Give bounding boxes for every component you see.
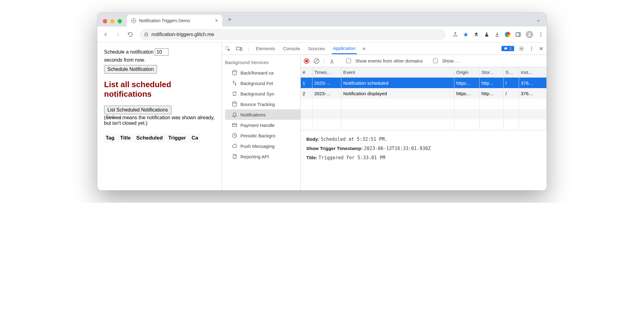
col-origin[interactable]: Origin [454, 67, 480, 77]
inspect-icon[interactable] [225, 46, 231, 51]
sidebar-item-background-fetch[interactable]: Background Fet [225, 78, 300, 88]
table-row-empty [301, 109, 547, 120]
sidebar-item-bounce-tracking[interactable]: Bounce Tracking [225, 99, 300, 109]
downloads-icon[interactable] [494, 32, 500, 37]
sidebar-item-payment-handler[interactable]: Payment Handle [225, 120, 300, 130]
col-instance[interactable]: Inst… [519, 67, 547, 77]
profile-avatar-icon[interactable] [526, 31, 533, 38]
kebab-menu-icon[interactable] [538, 32, 544, 37]
show-other-domains-checkbox[interactable] [346, 59, 351, 63]
col-swscope[interactable]: S… [504, 67, 519, 77]
browser-tab[interactable]: Notification Triggers Demo × [127, 15, 222, 26]
show-truncated-label: Show … [442, 58, 460, 63]
bookmark-star-icon[interactable]: ★ [463, 31, 469, 38]
table-row[interactable]: 2 2023-… Notification displayed https… h… [301, 88, 547, 99]
google-account-icon[interactable] [505, 32, 510, 37]
detail-body-label: Body: [306, 136, 320, 142]
document-icon [232, 154, 237, 159]
sidebar-item-back-forward-cache[interactable]: Back/forward ca [225, 67, 300, 78]
close-window-icon[interactable] [103, 19, 107, 23]
sidebar-item-reporting-api[interactable]: Reporting API [225, 151, 300, 162]
close-devtools-icon[interactable] [539, 46, 544, 51]
sidebar-item-background-sync[interactable]: Background Syn [225, 88, 300, 99]
chat-icon [504, 47, 508, 51]
detail-title-label: Title: [306, 155, 317, 160]
schedule-button[interactable]: Schedule Notification [104, 65, 157, 74]
forward-button[interactable] [113, 29, 123, 40]
svg-point-2 [529, 33, 530, 34]
detail-title-value: Triggered for 5:33:01 PM [319, 155, 385, 160]
schedule-sentence: Schedule a notification seconds from now… [104, 48, 219, 64]
reload-button[interactable] [125, 29, 135, 40]
sidebar-item-push-messaging[interactable]: Push Messaging [225, 141, 300, 151]
svg-point-3 [541, 32, 541, 33]
sidebar-item-periodic-sync[interactable]: Periodic Backgro [225, 130, 300, 141]
toolbar-right: ★ [453, 31, 544, 38]
col-scheduled: Scheduled [135, 134, 164, 142]
device-toggle-icon[interactable] [236, 46, 242, 51]
address-bar[interactable]: notification-triggers.glitch.me [140, 29, 446, 40]
record-icon[interactable] [304, 58, 309, 64]
events-table: # Times… Event Origin Stor… S… Inst… 1 2… [301, 67, 547, 130]
maximize-window-icon[interactable] [118, 19, 122, 23]
col-tag: Tag [104, 134, 116, 142]
events-toolbar: | Show events from other domains Show … [301, 55, 547, 67]
gear-icon[interactable] [518, 46, 525, 52]
col-cancel: Ca [190, 134, 200, 142]
col-number[interactable]: # [301, 67, 312, 77]
col-storage[interactable]: Stor… [480, 67, 504, 77]
col-timestamp[interactable]: Times… [312, 67, 341, 77]
col-event[interactable]: Event [341, 67, 454, 77]
detail-ts-value: 2023-06-13T16:33:01.930Z [364, 146, 431, 151]
browser-toolbar: notification-triggers.glitch.me ★ [97, 26, 547, 43]
sidepanel-icon[interactable] [515, 32, 521, 37]
detail-body-value: Scheduled at 5:32:51 PM. [321, 136, 388, 142]
issues-badge[interactable]: 1 [501, 46, 514, 51]
sidebar-item-notifications[interactable]: Notifications [225, 109, 300, 120]
tabs-overflow-icon[interactable] [536, 18, 541, 23]
heading-list-scheduled: List all scheduled notifications [104, 80, 219, 99]
updown-icon [232, 80, 237, 86]
table-row-empty [301, 99, 547, 109]
tab-application[interactable]: Application [332, 43, 357, 54]
labs-icon[interactable] [484, 32, 489, 37]
cloud-icon [232, 143, 237, 149]
share-icon[interactable] [453, 32, 458, 37]
extensions-icon[interactable] [473, 32, 479, 37]
devtools-panel: | Elements Console Sources Application »… [222, 43, 547, 190]
svg-rect-8 [240, 48, 242, 51]
kebab-icon[interactable] [529, 46, 534, 51]
seconds-input[interactable] [155, 48, 168, 56]
detail-ts-label: Show Trigger Timestamp: [306, 146, 363, 151]
tabs-more-icon[interactable]: » [362, 45, 365, 52]
bell-icon [232, 112, 237, 117]
list-scheduled-button[interactable]: List Scheduled Notifications [104, 106, 171, 114]
show-truncated-checkbox[interactable] [433, 59, 438, 63]
globe-icon [131, 18, 136, 23]
strike-note: (Striked means the notification was show… [104, 115, 219, 126]
sidebar-heading: Background Services [225, 60, 300, 65]
svg-point-14 [233, 102, 236, 104]
schedule-table-headers: Tag Title Scheduled Trigger Ca [104, 134, 219, 142]
back-button[interactable] [100, 29, 111, 40]
minimize-window-icon[interactable] [110, 19, 115, 23]
tabstrip: Notification Triggers Demo × ＋ [97, 12, 547, 26]
devtools-main: | Show events from other domains Show … … [301, 55, 547, 190]
content-area: Schedule a notification seconds from now… [97, 43, 547, 190]
tab-sources[interactable]: Sources [307, 43, 326, 54]
close-tab-icon[interactable]: × [215, 18, 218, 23]
tab-console[interactable]: Console [282, 43, 301, 54]
schedule-text-prefix: Schedule a notification [104, 49, 154, 55]
table-row[interactable]: 1 2023-… Notification scheduled https… h… [301, 78, 547, 88]
page-body: Schedule a notification seconds from now… [97, 43, 222, 190]
tab-elements[interactable]: Elements [255, 43, 276, 54]
clear-icon[interactable] [314, 58, 319, 64]
sync-icon [232, 91, 237, 96]
save-icon[interactable] [329, 58, 335, 64]
svg-point-10 [531, 47, 532, 47]
new-tab-button[interactable]: ＋ [227, 15, 233, 23]
table-header-row: # Times… Event Origin Stor… S… Inst… [301, 67, 547, 78]
svg-point-5 [541, 35, 541, 36]
devtools-tabbar: | Elements Console Sources Application »… [222, 43, 547, 55]
svg-rect-1 [518, 33, 520, 36]
